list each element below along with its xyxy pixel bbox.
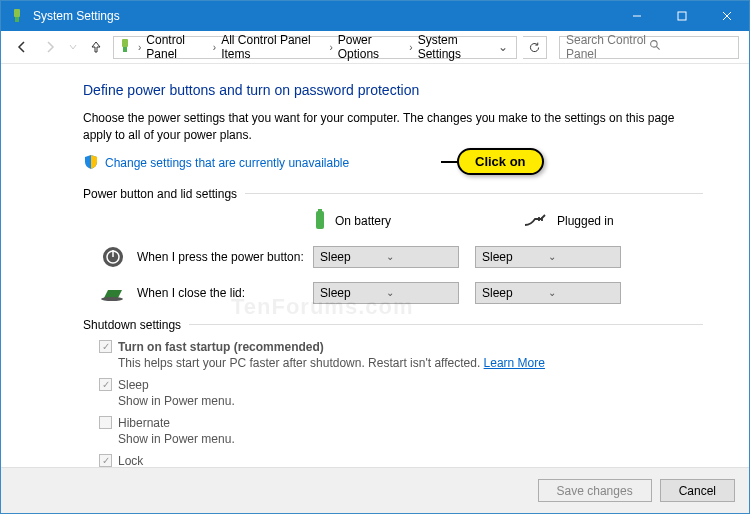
column-headers: On battery Plugged in bbox=[83, 209, 703, 234]
section-power-lid: Power button and lid settings bbox=[83, 187, 703, 201]
shield-icon bbox=[83, 154, 99, 173]
crumb-all-items[interactable]: All Control Panel Items bbox=[218, 33, 327, 61]
option-fast-startup: Turn on fast startup (recommended) This … bbox=[99, 340, 703, 370]
close-lid-plugged-select[interactable]: Sleep⌄ bbox=[475, 282, 621, 304]
section-shutdown-label: Shutdown settings bbox=[83, 318, 181, 332]
change-settings-row: Change settings that are currently unava… bbox=[83, 154, 703, 173]
chevron-right-icon: › bbox=[211, 42, 218, 53]
svg-rect-10 bbox=[316, 211, 324, 229]
learn-more-link[interactable]: Learn More bbox=[484, 356, 545, 370]
svg-point-8 bbox=[651, 41, 658, 48]
svg-point-15 bbox=[101, 297, 123, 301]
search-icon bbox=[649, 39, 732, 55]
section-power-lid-label: Power button and lid settings bbox=[83, 187, 237, 201]
callout-annotation: Click on bbox=[457, 148, 544, 175]
minimize-button[interactable] bbox=[614, 1, 659, 31]
power-button-plugged-select[interactable]: Sleep⌄ bbox=[475, 246, 621, 268]
chevron-down-icon: ⌄ bbox=[386, 287, 452, 298]
cancel-button[interactable]: Cancel bbox=[660, 479, 735, 502]
search-input[interactable]: Search Control Panel bbox=[559, 36, 739, 59]
window-title: System Settings bbox=[33, 9, 614, 23]
forward-button[interactable] bbox=[39, 36, 61, 58]
svg-rect-7 bbox=[123, 47, 127, 52]
svg-rect-1 bbox=[15, 17, 19, 22]
footer: Save changes Cancel bbox=[1, 467, 749, 513]
lock-label: Lock bbox=[118, 454, 143, 467]
laptop-lid-icon bbox=[99, 282, 127, 304]
content-area: Define power buttons and turn on passwor… bbox=[1, 64, 749, 467]
chevron-right-icon: › bbox=[327, 42, 334, 53]
chevron-right-icon: › bbox=[407, 42, 414, 53]
page-title: Define power buttons and turn on passwor… bbox=[83, 82, 703, 98]
app-icon bbox=[9, 8, 25, 24]
titlebar: System Settings bbox=[1, 1, 749, 31]
svg-line-9 bbox=[656, 46, 659, 49]
power-button-icon bbox=[99, 246, 127, 268]
fast-startup-desc: This helps start your PC faster after sh… bbox=[99, 356, 703, 370]
shutdown-list: Turn on fast startup (recommended) This … bbox=[83, 340, 703, 467]
section-shutdown: Shutdown settings bbox=[83, 318, 703, 332]
save-button[interactable]: Save changes bbox=[538, 479, 652, 502]
hibernate-checkbox[interactable] bbox=[99, 416, 112, 429]
col-battery-label: On battery bbox=[335, 214, 391, 228]
svg-rect-11 bbox=[318, 209, 322, 212]
crumb-control-panel[interactable]: Control Panel bbox=[143, 33, 211, 61]
change-settings-link[interactable]: Change settings that are currently unava… bbox=[105, 156, 349, 170]
search-placeholder: Search Control Panel bbox=[566, 33, 649, 61]
crumb-power-options[interactable]: Power Options bbox=[335, 33, 408, 61]
window: System Settings › Control Panel › All Co… bbox=[0, 0, 750, 514]
fast-startup-label: Turn on fast startup (recommended) bbox=[118, 340, 324, 354]
refresh-button[interactable] bbox=[523, 36, 547, 59]
back-button[interactable] bbox=[11, 36, 33, 58]
crumb-system-settings[interactable]: System Settings bbox=[415, 33, 494, 61]
row-power-button: When I press the power button: Sleep⌄ Sl… bbox=[83, 246, 703, 268]
battery-icon bbox=[313, 209, 327, 234]
address-dropdown[interactable]: ⌄ bbox=[494, 40, 512, 54]
col-plugged-label: Plugged in bbox=[557, 214, 614, 228]
row-close-lid: When I close the lid: Sleep⌄ Sleep⌄ bbox=[83, 282, 703, 304]
recent-dropdown[interactable] bbox=[67, 36, 79, 58]
option-sleep: Sleep Show in Power menu. bbox=[99, 378, 703, 408]
close-button[interactable] bbox=[704, 1, 749, 31]
page-description: Choose the power settings that you want … bbox=[83, 110, 703, 144]
chevron-down-icon: ⌄ bbox=[548, 251, 614, 262]
plug-icon bbox=[523, 213, 549, 230]
chevron-down-icon: ⌄ bbox=[386, 251, 452, 262]
svg-rect-0 bbox=[14, 9, 20, 17]
maximize-button[interactable] bbox=[659, 1, 704, 31]
svg-rect-3 bbox=[678, 12, 686, 20]
col-battery: On battery bbox=[313, 209, 463, 234]
col-plugged: Plugged in bbox=[523, 213, 673, 230]
hibernate-label: Hibernate bbox=[118, 416, 170, 430]
sleep-checkbox[interactable] bbox=[99, 378, 112, 391]
chevron-right-icon: › bbox=[136, 42, 143, 53]
row-close-lid-label: When I close the lid: bbox=[137, 286, 313, 300]
sleep-desc: Show in Power menu. bbox=[99, 394, 703, 408]
power-button-battery-select[interactable]: Sleep⌄ bbox=[313, 246, 459, 268]
hibernate-desc: Show in Power menu. bbox=[99, 432, 703, 446]
lock-checkbox[interactable] bbox=[99, 454, 112, 467]
option-lock: Lock Show in account picture menu. bbox=[99, 454, 703, 467]
up-button[interactable] bbox=[85, 36, 107, 58]
svg-rect-6 bbox=[122, 39, 128, 47]
breadcrumb-icon bbox=[118, 39, 132, 56]
row-power-button-label: When I press the power button: bbox=[137, 250, 313, 264]
breadcrumb[interactable]: › Control Panel › All Control Panel Item… bbox=[113, 36, 517, 59]
nav-toolbar: › Control Panel › All Control Panel Item… bbox=[1, 31, 749, 64]
chevron-down-icon: ⌄ bbox=[548, 287, 614, 298]
option-hibernate: Hibernate Show in Power menu. bbox=[99, 416, 703, 446]
close-lid-battery-select[interactable]: Sleep⌄ bbox=[313, 282, 459, 304]
fast-startup-checkbox[interactable] bbox=[99, 340, 112, 353]
sleep-label: Sleep bbox=[118, 378, 149, 392]
